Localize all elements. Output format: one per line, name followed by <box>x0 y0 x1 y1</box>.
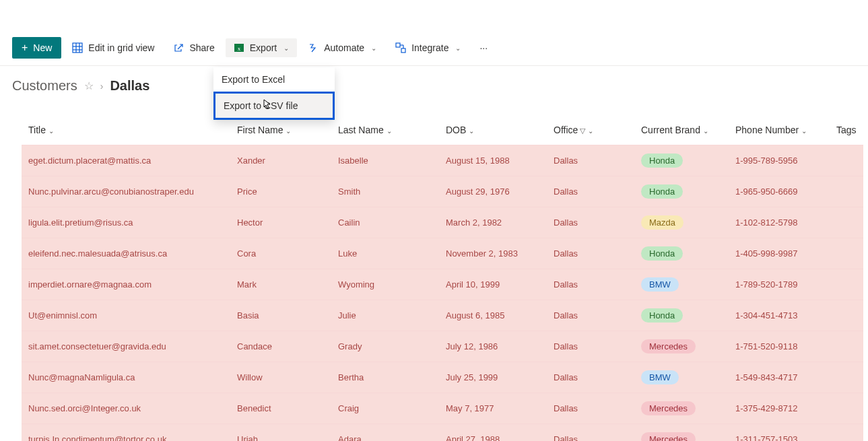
col-header-first-name[interactable]: First Name⌄ <box>230 118 331 145</box>
integrate-icon <box>395 42 406 53</box>
svg-text:x: x <box>238 45 241 52</box>
table-row[interactable]: Nunc.sed.orci@Integer.co.ukBenedictCraig… <box>22 393 863 424</box>
command-bar: + New Edit in grid view Share x Export ⌄ <box>0 30 868 66</box>
tags-cell <box>830 145 863 176</box>
integrate-label: Integrate <box>411 42 448 53</box>
plus-icon: + <box>22 42 28 54</box>
brand-cell: Honda <box>634 300 729 331</box>
chevron-down-icon: ⌄ <box>48 127 54 135</box>
dob-cell: August 15, 1988 <box>439 145 547 176</box>
last-name-cell: Julie <box>331 300 439 331</box>
brand-cell: Honda <box>634 176 729 207</box>
col-header-tags[interactable]: Tags <box>830 118 863 145</box>
chevron-down-icon: ⌄ <box>703 127 708 135</box>
brand-pill: BMW <box>641 277 679 292</box>
last-name-cell: Craig <box>331 393 439 424</box>
favorite-star-icon[interactable]: ☆ <box>84 79 94 92</box>
list-container: Title⌄ First Name⌄ Last Name⌄ DOB⌄ Offic… <box>0 118 868 441</box>
table-row[interactable]: Ut@enimnisl.comBasiaJulieAugust 6, 1985D… <box>22 300 863 331</box>
new-button-label: New <box>33 42 52 53</box>
last-name-cell: Smith <box>331 176 439 207</box>
phone-cell: 1-965-950-6669 <box>729 176 830 207</box>
title-cell: eleifend.nec.malesuada@atrisus.ca <box>22 238 230 269</box>
col-header-dob[interactable]: DOB⌄ <box>439 118 547 145</box>
brand-cell: Mazda <box>634 207 729 238</box>
title-cell: eget.dictum.placerat@mattis.ca <box>22 145 230 176</box>
chevron-down-icon: ⌄ <box>801 127 807 135</box>
table-row[interactable]: eleifend.nec.malesuada@atrisus.caCoraLuk… <box>22 238 863 269</box>
integrate-button[interactable]: Integrate ⌄ <box>387 38 469 57</box>
dob-cell: April 10, 1999 <box>439 269 547 300</box>
table-row[interactable]: turpis.In.condimentum@tortor.co.ukUriahA… <box>22 424 863 442</box>
table-row[interactable]: Nunc@magnaNamligula.caWillowBerthaJuly 2… <box>22 362 863 393</box>
office-cell: Dallas <box>547 145 634 176</box>
office-cell: Dallas <box>547 300 634 331</box>
list-name[interactable]: Customers <box>12 78 77 94</box>
brand-pill: Mercedes <box>641 339 696 353</box>
office-cell: Dallas <box>547 331 634 362</box>
share-icon <box>173 42 184 53</box>
header-row: Title⌄ First Name⌄ Last Name⌄ DOB⌄ Offic… <box>22 118 863 145</box>
first-name-cell: Xander <box>230 145 331 176</box>
last-name-cell: Isabelle <box>331 145 439 176</box>
office-cell: Dallas <box>547 362 634 393</box>
dob-cell: April 27, 1988 <box>439 424 547 442</box>
breadcrumb: Customers ☆ › Dallas <box>0 66 868 99</box>
phone-cell: 1-311-757-1503 <box>729 424 830 442</box>
brand-pill: Honda <box>641 308 683 323</box>
col-header-office[interactable]: Office▽⌄ <box>547 118 634 145</box>
last-name-cell: Luke <box>331 238 439 269</box>
brand-cell: Mercedes <box>634 393 729 424</box>
brand-cell: Mercedes <box>634 424 729 442</box>
col-header-brand[interactable]: Current Brand⌄ <box>634 118 729 145</box>
brand-pill: Mazda <box>641 215 683 230</box>
tags-cell <box>830 269 863 300</box>
excel-icon: x <box>234 42 244 53</box>
first-name-cell: Cora <box>230 238 331 269</box>
export-label: Export <box>250 42 277 53</box>
office-cell: Dallas <box>547 238 634 269</box>
brand-pill: BMW <box>641 370 679 384</box>
new-button[interactable]: + New <box>12 37 61 59</box>
office-cell: Dallas <box>547 424 634 442</box>
first-name-cell: Uriah <box>230 424 331 442</box>
svg-rect-8 <box>401 48 405 53</box>
grid-icon <box>72 42 83 53</box>
share-button[interactable]: Share <box>165 38 222 57</box>
svg-rect-7 <box>396 43 400 47</box>
table-row[interactable]: sit.amet.consectetuer@gravida.eduCandace… <box>22 331 863 362</box>
table-row[interactable]: Nunc.pulvinar.arcu@conubianostraper.eduP… <box>22 176 863 207</box>
title-cell: Nunc.pulvinar.arcu@conubianostraper.edu <box>22 176 230 207</box>
dob-cell: November 2, 1983 <box>439 238 547 269</box>
first-name-cell: Hector <box>230 207 331 238</box>
brand-cell: BMW <box>634 269 729 300</box>
view-name: Dallas <box>110 78 149 94</box>
chevron-down-icon: ⌄ <box>286 127 291 135</box>
title-cell: turpis.In.condimentum@tortor.co.uk <box>22 424 230 442</box>
tags-cell <box>830 424 863 442</box>
more-button[interactable]: ··· <box>471 38 496 57</box>
brand-cell: BMW <box>634 362 729 393</box>
phone-cell: 1-375-429-8712 <box>729 393 830 424</box>
export-button[interactable]: x Export ⌄ <box>226 38 297 57</box>
export-csv-label: Export to CSV file <box>224 100 298 111</box>
export-excel-label: Export to Excel <box>222 74 285 85</box>
table-row[interactable]: eget.dictum.placerat@mattis.caXanderIsab… <box>22 145 863 176</box>
chevron-down-icon: ⌄ <box>283 44 289 52</box>
col-header-title[interactable]: Title⌄ <box>22 118 230 145</box>
edit-grid-button[interactable]: Edit in grid view <box>64 38 162 57</box>
dob-cell: March 2, 1982 <box>439 207 547 238</box>
dob-cell: August 29, 1976 <box>439 176 547 207</box>
export-to-csv-item[interactable]: Export to CSV file <box>213 92 335 120</box>
export-to-excel-item[interactable]: Export to Excel <box>213 67 335 92</box>
automate-button[interactable]: Automate ⌄ <box>300 38 385 57</box>
phone-cell: 1-995-789-5956 <box>729 145 830 176</box>
phone-cell: 1-304-451-4713 <box>729 300 830 331</box>
first-name-cell: Mark <box>230 269 331 300</box>
title-cell: sit.amet.consectetuer@gravida.edu <box>22 331 230 362</box>
col-header-phone[interactable]: Phone Number⌄ <box>729 118 830 145</box>
title-cell: ligula.elit.pretium@risus.ca <box>22 207 230 238</box>
col-header-last-name[interactable]: Last Name⌄ <box>331 118 439 145</box>
table-row[interactable]: imperdiet.ornare@magnaa.comMarkWyomingAp… <box>22 269 863 300</box>
table-row[interactable]: ligula.elit.pretium@risus.caHectorCailin… <box>22 207 863 238</box>
